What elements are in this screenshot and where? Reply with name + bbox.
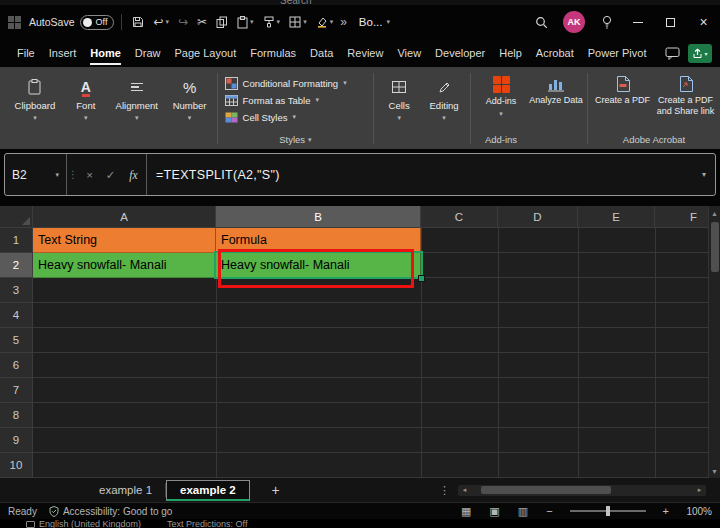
enter-button[interactable]: ✓ xyxy=(100,154,121,195)
minimize-button[interactable] xyxy=(621,5,654,39)
column-header-B[interactable]: B xyxy=(216,206,421,228)
row-header-2[interactable]: 2 xyxy=(0,253,33,278)
scroll-right-arrow[interactable]: ▸ xyxy=(693,486,706,494)
sheet-tab-example-1[interactable]: example 1 xyxy=(86,481,165,499)
toggle-switch[interactable]: Off xyxy=(80,15,115,30)
accessibility-status[interactable]: Accessibility: Good to go xyxy=(49,506,173,517)
column-header-D[interactable]: D xyxy=(498,206,578,228)
vertical-scrollbar[interactable]: ▲ ▼ xyxy=(708,206,720,478)
row-header-4[interactable]: 4 xyxy=(0,303,33,328)
tab-acrobat[interactable]: Acrobat xyxy=(529,39,581,67)
formula-input[interactable]: =TEXTSPLIT(A2,"S") xyxy=(147,154,693,195)
scroll-left-arrow[interactable]: ◂ xyxy=(458,486,471,494)
styles-group-label[interactable]: Styles ▾ xyxy=(221,132,371,149)
tab-page-layout[interactable]: Page Layout xyxy=(167,39,243,67)
zoom-level[interactable]: 100% xyxy=(684,506,712,517)
new-sheet-button[interactable]: + xyxy=(266,482,286,498)
row-header-8[interactable]: 8 xyxy=(0,403,33,428)
column-header-C[interactable]: C xyxy=(421,206,498,228)
fill-handle[interactable] xyxy=(418,275,425,282)
row-header-10[interactable]: 10 xyxy=(0,453,33,478)
text-predictions-status[interactable]: Text Predictions: Off xyxy=(167,519,247,528)
more-commands-icon[interactable]: » xyxy=(340,15,347,29)
row-header-5[interactable]: 5 xyxy=(0,328,33,353)
column-header-A[interactable]: A xyxy=(33,206,216,228)
zoom-in-button[interactable]: + xyxy=(660,505,672,517)
select-all-corner[interactable] xyxy=(0,206,33,228)
page-layout-view-button[interactable]: ▣ xyxy=(486,505,502,518)
zoom-slider[interactable] xyxy=(570,510,646,512)
column-header-E[interactable]: E xyxy=(578,206,655,228)
cell-B1[interactable]: Formula xyxy=(216,228,421,253)
cell-A1[interactable]: Text String xyxy=(33,228,216,253)
tab-help[interactable]: Help xyxy=(492,39,529,67)
format-as-table-button[interactable]: Format as Table ▾ xyxy=(221,93,371,107)
horizontal-scroll-track[interactable] xyxy=(471,485,693,496)
horizontal-scroll-thumb[interactable] xyxy=(481,486,611,494)
expand-formula-bar-button[interactable]: ▾ xyxy=(693,154,715,195)
scroll-down-arrow[interactable]: ▼ xyxy=(709,464,720,478)
scroll-up-arrow[interactable]: ▲ xyxy=(709,206,720,220)
font-group-button[interactable]: A Font ▾ xyxy=(64,70,108,149)
column-header-F[interactable]: F xyxy=(655,206,708,228)
name-box[interactable]: B2 ▾ xyxy=(5,154,67,195)
create-pdf-share-button[interactable]: Create a PDF and Share link xyxy=(654,70,717,132)
name-box-gripper[interactable]: ⋮ xyxy=(67,154,79,195)
zoom-slider-thumb[interactable] xyxy=(606,506,610,516)
copy-button[interactable] xyxy=(213,11,231,33)
tab-power-pivot[interactable]: Power Pivot xyxy=(581,39,654,67)
alignment-group-button[interactable]: Alignment ▾ xyxy=(108,70,166,149)
search-button[interactable] xyxy=(527,8,555,36)
cancel-button[interactable]: × xyxy=(79,154,100,195)
row-header-9[interactable]: 9 xyxy=(0,428,33,453)
insert-function-button[interactable]: fx xyxy=(121,154,147,195)
row-header-6[interactable]: 6 xyxy=(0,353,33,378)
cell-A2[interactable]: Heavy snowfall- Manali xyxy=(33,253,216,278)
clipboard-group-button[interactable]: Clipboard ▾ xyxy=(6,70,64,149)
paste-button[interactable]: ▾ xyxy=(234,11,257,33)
conditional-formatting-button[interactable]: Conditional Formatting ▾ xyxy=(221,76,371,90)
redo-button[interactable]: ↪ xyxy=(175,11,191,33)
zoom-out-button[interactable]: − xyxy=(543,505,555,517)
cut-button[interactable]: ✂ xyxy=(194,11,210,33)
undo-button[interactable]: ↩▾ xyxy=(150,11,172,33)
fill-color-button[interactable]: ▾ xyxy=(313,11,337,33)
tab-formulas[interactable]: Formulas xyxy=(243,39,303,67)
language-status[interactable]: English (United Kingdom) xyxy=(26,519,141,528)
tab-data[interactable]: Data xyxy=(303,39,340,67)
tab-review[interactable]: Review xyxy=(340,39,390,67)
tab-draw[interactable]: Draw xyxy=(128,39,168,67)
tab-insert[interactable]: Insert xyxy=(42,39,84,67)
analyze-data-button[interactable]: Analyze Data xyxy=(528,70,584,143)
normal-view-button[interactable]: ▦ xyxy=(458,505,474,518)
cell-styles-button[interactable]: Cell Styles ▾ xyxy=(221,110,371,124)
create-pdf-button[interactable]: Create a PDF xyxy=(591,70,654,132)
tab-developer[interactable]: Developer xyxy=(428,39,492,67)
share-button[interactable]: ▾ xyxy=(688,44,712,63)
cells-group-button[interactable]: Cells ▾ xyxy=(377,70,421,149)
cell-B2[interactable]: Heavy snowfall- Manali xyxy=(216,253,421,278)
row-header-7[interactable]: 7 xyxy=(0,378,33,403)
workbook-title[interactable]: Bo... ▾ xyxy=(359,16,390,28)
number-group-button[interactable]: % Number ▾ xyxy=(166,70,214,149)
tab-view[interactable]: View xyxy=(390,39,428,67)
editing-group-button[interactable]: Editing ▾ xyxy=(421,70,467,149)
grid-body[interactable]: Text String Formula Heavy snowfall- Mana… xyxy=(33,228,708,478)
comments-button[interactable] xyxy=(665,47,680,60)
save-button[interactable] xyxy=(129,11,147,33)
add-ins-button[interactable]: Add-ins ▾ xyxy=(474,70,528,132)
page-break-view-button[interactable]: ▥ xyxy=(515,505,531,518)
autosave-toggle[interactable]: AutoSave Off xyxy=(29,15,114,30)
row-header-3[interactable]: 3 xyxy=(0,278,33,303)
tab-home[interactable]: Home xyxy=(83,39,128,67)
horizontal-scrollbar[interactable]: ◂ ▸ xyxy=(458,485,706,496)
account-avatar[interactable]: AK xyxy=(563,11,585,33)
tab-file[interactable]: File xyxy=(10,39,42,67)
sheet-options-icon[interactable]: ⋮ xyxy=(439,484,450,497)
maximize-button[interactable] xyxy=(654,5,687,39)
format-painter-button[interactable]: ▾ xyxy=(260,11,284,33)
sheet-tab-example-2[interactable]: example 2 xyxy=(166,480,250,501)
ideas-button[interactable] xyxy=(593,8,621,36)
vertical-scroll-thumb[interactable] xyxy=(711,222,719,272)
row-header-1[interactable]: 1 xyxy=(0,228,33,253)
